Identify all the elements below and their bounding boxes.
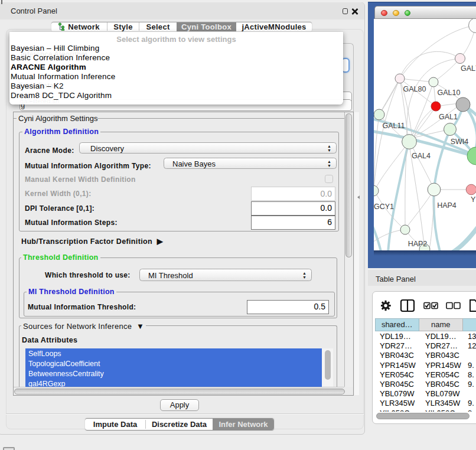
svg-text:GAL7: GAL7 [461,64,476,73]
svg-text:GCY1: GCY1 [374,203,394,211]
svg-text:Y: Y [471,195,476,204]
svg-text:GAL10: GAL10 [438,89,461,97]
svg-text:GAL11: GAL11 [383,122,405,130]
svg-text:GAL80: GAL80 [403,85,426,93]
svg-text:HAP4: HAP4 [437,201,457,210]
svg-text:GAL4: GAL4 [412,152,431,160]
svg-text:HAP2: HAP2 [408,240,428,248]
svg-text:GAL1: GAL1 [439,113,458,121]
svg-text:SWI4: SWI4 [451,138,469,146]
